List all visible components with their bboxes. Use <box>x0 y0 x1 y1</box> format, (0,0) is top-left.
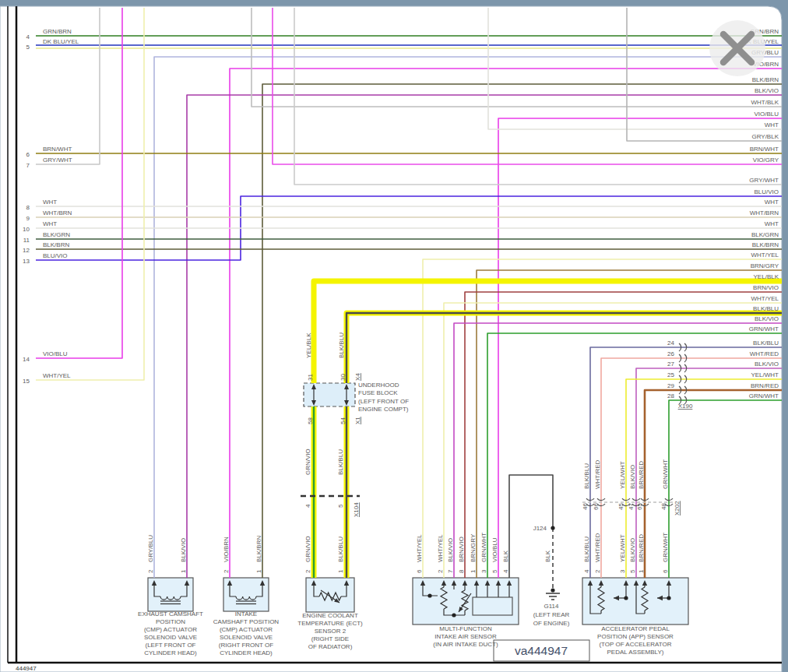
diagram-label: 5 <box>491 569 498 573</box>
diagram-label: WHT <box>43 220 57 227</box>
diagram-label: YEL/WHT <box>751 371 779 378</box>
diagram-label: SOLENOID VALVE <box>220 634 273 641</box>
diagram-label: WHT/BLK <box>751 99 779 106</box>
diagram-label: WHT/RED <box>594 533 601 562</box>
diagram-label: ACCELERATOR PEDAL <box>601 625 670 632</box>
diagram-label: INTAKE AIR SENSOR <box>434 633 497 640</box>
diagram-label: 47 <box>628 503 635 510</box>
diagram-label: 29 <box>667 382 674 389</box>
diagram-label: SOLENOID VALVE <box>144 634 197 641</box>
diagram-label: 28 <box>667 392 674 399</box>
diagram-label: GRN/VIO <box>304 536 311 562</box>
diagram-label: VIO/BLU <box>754 111 779 118</box>
diagram-label: X104 <box>353 502 360 517</box>
wiring-diagram: va444947GRN/BRNDK BLU/YELBRN/WHTGRY/WHTW… <box>0 0 788 672</box>
diagram-label: BLK/VIO <box>755 361 779 368</box>
diagram-label: (IN AIR INTAKE DUCT) <box>433 641 498 648</box>
diagram-label: (CMP) ACTUATOR <box>220 626 273 633</box>
diagram-label: WHT/YEL <box>751 295 779 302</box>
diagram-label: BRN/WHT <box>43 146 72 153</box>
diagram-label: 27 <box>667 361 674 368</box>
junction-dot <box>667 596 670 600</box>
diagram-label: WHT/YEL <box>751 252 779 259</box>
diagram-label: BLK/BLU <box>583 463 590 489</box>
diagram-label: TEMPERATURE (ECT) <box>297 620 363 627</box>
diagram-label: BRN/VIO <box>458 537 465 562</box>
diagram-label: BLK/VIO <box>180 538 187 562</box>
diagram-label: 3 <box>619 569 626 573</box>
diagram-label: BLU/VIO <box>43 252 68 259</box>
diagram-label: VIO/GRY <box>753 157 779 164</box>
diagram-label: SENSOR 2 <box>315 628 347 635</box>
diagram-label: (RIGHT SIDE <box>311 635 349 642</box>
diagram-label: 54 <box>339 417 347 424</box>
diagram-label: BRN/GRY <box>470 533 477 562</box>
diagram-label: POSITION <box>156 618 185 625</box>
diagram-label: 13 <box>23 258 30 265</box>
diagram-label: WHT/YEL <box>437 534 444 562</box>
diagram-label: 24 <box>667 340 674 347</box>
diagram-label: WHT <box>765 199 779 206</box>
diagram-label: BLK/BRN <box>255 536 262 562</box>
diagram-label: BLK/VIO <box>755 87 779 94</box>
diagram-label: WHT <box>765 121 779 128</box>
diagram-label: 48 <box>660 503 667 510</box>
diagram-label: GRN/BRN <box>43 28 72 35</box>
diagram-label: WHT/BRN <box>750 209 779 216</box>
diagram-label: VIO/BLU <box>491 537 498 562</box>
diagram-label: 1 <box>638 569 645 573</box>
diagram-label: EXHAUST CAMSHAFT <box>138 610 203 617</box>
diagram-label: 1 <box>180 569 187 573</box>
diagram-label: YEL/WHT <box>619 534 626 562</box>
diagram-label: (CMP) ACTUATOR <box>144 626 197 633</box>
watermark-text: va444947 <box>515 644 568 657</box>
wiring-diagram-viewer: va444947GRN/BRNDK BLU/YELBRN/WHTGRY/WHTW… <box>0 0 788 672</box>
diagram-label: BLK/BLU <box>337 537 344 562</box>
diagram-label: CYLINDER HEAD) <box>220 649 273 656</box>
junction-dot <box>624 596 628 600</box>
diagram-label: YEL/WHT <box>619 461 626 489</box>
diagram-label: GRN/WHT <box>749 392 779 399</box>
diagram-label: 58 <box>307 417 314 424</box>
diagram-label: 4 <box>304 504 311 508</box>
diagram-label: OF ENGINE) <box>533 620 570 627</box>
diagram-label: G114 <box>544 603 560 610</box>
diagram-label: ENGINE COOLANT <box>302 612 358 619</box>
diagram-label: BLK/BLU <box>338 332 345 358</box>
diagram-label: BLK/BRN <box>43 241 69 248</box>
diagram-label: 2 <box>437 569 444 573</box>
diagram-label: YEL/BLK <box>305 332 312 358</box>
diagram-label: X202 <box>674 501 681 515</box>
diagram-label: OF RADIATOR) <box>308 643 353 650</box>
diagram-label: WHT/BRN <box>43 209 72 216</box>
diagram-label: ENGINE COMPT) <box>358 406 409 413</box>
diagram-label: 65 <box>636 503 643 510</box>
junction-dot <box>427 593 431 597</box>
diagram-label: BLK <box>544 550 551 562</box>
diagram-label: GRN/WHT <box>749 325 779 332</box>
diagram-label: GRY/WHT <box>43 157 72 164</box>
diagram-label: BLK/GRN <box>43 231 70 238</box>
diagram-label: BRN/RED <box>638 461 645 489</box>
diagram-label: POSITION (APP) SENSOR <box>597 633 674 640</box>
diagram-label: 26 <box>667 350 674 357</box>
diagram-label: 45 <box>617 503 624 510</box>
diagram-label: J124 <box>533 525 547 532</box>
diagram-label: 25 <box>667 371 674 378</box>
diagram-label: 46 <box>582 503 589 510</box>
diagram-label: 66 <box>593 503 600 510</box>
diagram-label: 2 <box>223 569 230 573</box>
diagram-label: YEL/BLK <box>754 273 779 280</box>
footer-code: 444947 <box>16 665 37 672</box>
diagram-label: X4 <box>354 373 361 381</box>
diagram-label: BRN/WHT <box>750 146 779 153</box>
diagram-label: 9 <box>26 215 30 222</box>
diagram-label: 4 <box>26 33 30 40</box>
junction-dot <box>551 588 554 592</box>
diagram-label: BLK/BLU <box>753 305 779 312</box>
diagram-label: WHT/YEL <box>43 372 71 379</box>
junction-dot <box>551 526 554 530</box>
diagram-label: (LEFT REAR <box>533 611 570 618</box>
diagram-label: BLU/VIO <box>754 188 779 195</box>
close-icon[interactable] <box>709 20 765 76</box>
